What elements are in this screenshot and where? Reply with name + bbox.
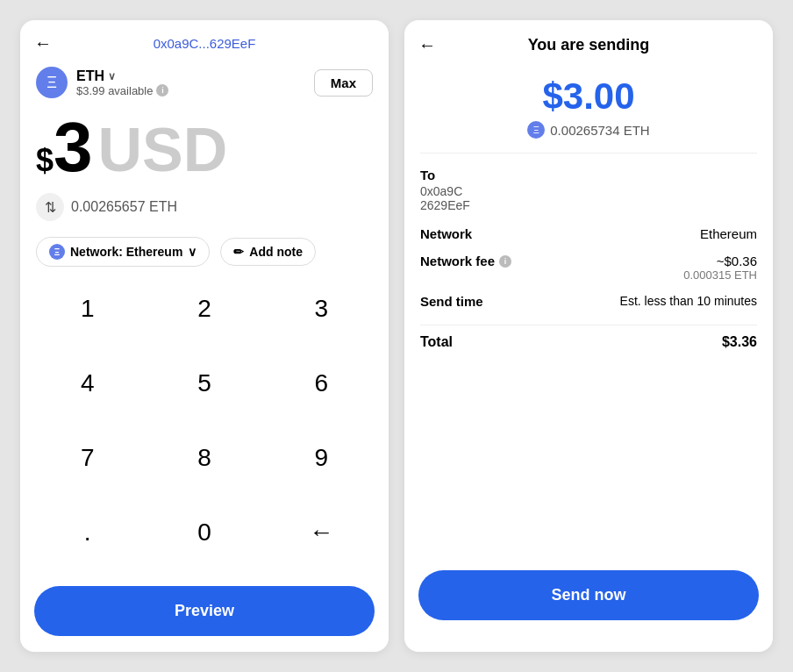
numpad-key-8[interactable]: 8 <box>146 428 262 488</box>
numpad-key-dot[interactable]: . <box>29 503 146 562</box>
network-row: Network Ethereum <box>420 226 757 241</box>
sending-eth-amount: 0.00265734 ETH <box>550 123 649 138</box>
sending-amount: $3.00 Ξ 0.00265734 ETH <box>404 65 773 153</box>
panel2-bottom: Send now <box>404 570 773 652</box>
fee-info-icon[interactable]: i <box>499 255 511 268</box>
token-chevron-icon: ∨ <box>108 70 116 82</box>
to-label: To <box>420 168 757 182</box>
eth-conversion-row: ⇅ 0.00265657 ETH <box>20 186 389 230</box>
fee-value: ~$0.36 0.000315 ETH <box>683 254 757 282</box>
panel1-header: ← 0x0a9C...629EeF <box>20 20 389 60</box>
back-button-panel2[interactable]: ← <box>418 35 436 55</box>
swap-icon[interactable]: ⇅ <box>36 193 64 221</box>
back-button-panel1[interactable]: ← <box>34 33 52 54</box>
amount-display: $ 3 USD <box>20 105 389 186</box>
add-note-label: Add note <box>249 245 303 259</box>
amount-currency: USD <box>98 119 228 181</box>
total-label: Total <box>420 334 453 350</box>
fee-label: Network fee i <box>420 254 511 268</box>
token-name-label: ETH <box>76 68 104 84</box>
send-amount-panel: ← 0x0a9C...629EeF Ξ ETH ∨ $3.99 availabl… <box>20 20 389 652</box>
to-section: To 0x0a9C 2629EeF <box>420 168 757 212</box>
amount-value: 3 <box>54 112 93 182</box>
numpad-key-7[interactable]: 7 <box>29 428 146 488</box>
numpad: 123456789.0← <box>20 279 389 577</box>
numpad-key-4[interactable]: 4 <box>29 354 146 413</box>
panel2-title: You are sending <box>528 36 650 54</box>
preview-button[interactable]: Preview <box>34 586 375 636</box>
network-label: Network <box>420 226 472 241</box>
send-time-row: Send time Est. less than 10 minutes <box>420 294 757 309</box>
sending-eth-icon: Ξ <box>527 121 545 139</box>
network-eth-icon: Ξ <box>49 244 65 260</box>
send-time-label: Send time <box>420 294 483 309</box>
max-button[interactable]: Max <box>314 69 373 97</box>
panel2-header: ← You are sending <box>404 20 773 65</box>
eth-amount: 0.00265657 ETH <box>71 199 177 215</box>
network-button[interactable]: Ξ Network: Ethereum ∨ <box>36 237 210 267</box>
address-link[interactable]: 0x0a9C...629EeF <box>154 36 256 51</box>
pencil-icon: ✏ <box>233 245 244 259</box>
token-name: ETH ∨ $3.99 available i <box>76 68 168 97</box>
controls-row: Ξ Network: Ethereum ∨ ✏ Add note <box>20 230 389 279</box>
network-value: Ethereum <box>700 226 757 241</box>
numpad-key-1[interactable]: 1 <box>29 279 146 339</box>
numpad-key-9[interactable]: 9 <box>263 428 380 488</box>
add-note-button[interactable]: ✏ Add note <box>220 238 316 266</box>
token-info[interactable]: Ξ ETH ∨ $3.99 available i <box>36 67 168 98</box>
to-address-line1: 0x0a9C <box>420 184 757 198</box>
total-value: $3.36 <box>722 334 757 350</box>
fee-row: Network fee i ~$0.36 0.000315 ETH <box>420 254 757 282</box>
sending-eth-row: Ξ 0.00265734 ETH <box>527 121 649 139</box>
send-now-button[interactable]: Send now <box>418 570 759 620</box>
divider2 <box>420 325 757 325</box>
total-row: Total $3.36 <box>420 334 757 350</box>
numpad-key-3[interactable]: 3 <box>263 279 380 339</box>
to-address-line2: 2629EeF <box>420 198 757 212</box>
confirmation-panel: ← You are sending $3.00 Ξ 0.00265734 ETH… <box>404 20 773 652</box>
network-chevron-icon: ∨ <box>188 245 196 259</box>
token-row: Ξ ETH ∨ $3.99 available i Max <box>20 60 389 105</box>
send-time-value: Est. less than 10 minutes <box>620 294 757 308</box>
sending-usd: $3.00 <box>542 75 634 118</box>
numpad-key-2[interactable]: 2 <box>146 279 262 339</box>
numpad-key-5[interactable]: 5 <box>146 354 262 413</box>
detail-rows: To 0x0a9C 2629EeF Network Ethereum Netwo… <box>404 154 773 364</box>
numpad-key-6[interactable]: 6 <box>263 354 380 413</box>
numpad-key-0[interactable]: 0 <box>146 503 262 562</box>
fee-eth: 0.000315 ETH <box>683 268 757 282</box>
token-available: $3.99 available i <box>76 84 168 97</box>
network-button-label: Network: Ethereum <box>70 245 182 259</box>
eth-token-icon: Ξ <box>36 67 68 98</box>
available-info-icon[interactable]: i <box>156 84 168 97</box>
numpad-key-backspace[interactable]: ← <box>263 503 380 562</box>
dollar-sign: $ <box>36 142 54 179</box>
